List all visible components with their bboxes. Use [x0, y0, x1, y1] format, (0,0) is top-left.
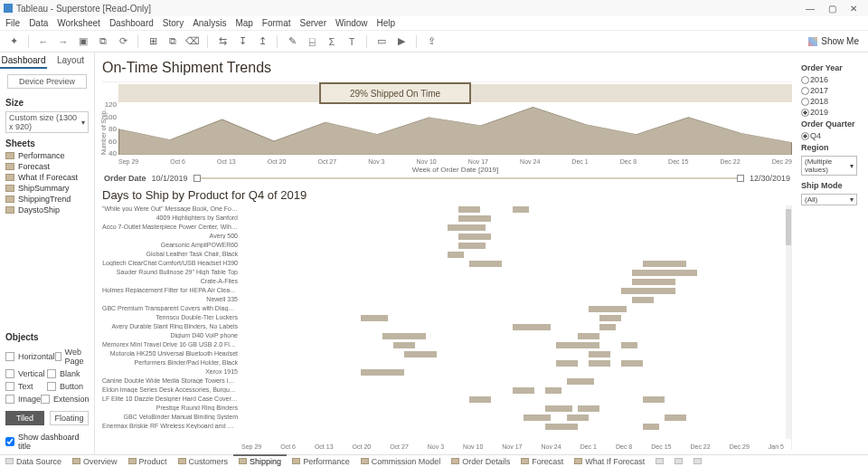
sheet-tab-product[interactable]: Product — [123, 455, 173, 467]
gantt-row[interactable]: Crate-A-Files — [102, 278, 784, 287]
sheet-item[interactable]: What If Forecast — [5, 172, 89, 183]
tab-dashboard[interactable]: Dashboard — [0, 52, 47, 69]
gantt-row[interactable]: Xerox 1915 — [102, 368, 784, 377]
show-title-check[interactable] — [5, 437, 14, 446]
year-option-2018[interactable]: 2018 — [801, 96, 857, 107]
maximize-button[interactable]: ▢ — [821, 4, 843, 14]
duplicate-button[interactable]: ⧉ — [165, 33, 181, 50]
refresh-button[interactable]: ⟳ — [115, 33, 131, 50]
gantt-row[interactable]: Sauder Round Bullnose 29" High Table Top — [102, 269, 784, 278]
gantt-chart[interactable]: "While you Were Out" Message Book, One F… — [102, 205, 792, 450]
tableau-logo-icon[interactable]: ✦ — [5, 33, 22, 50]
forward-button[interactable]: → — [55, 33, 71, 50]
sheet-tab-overview[interactable]: Overview — [67, 455, 123, 467]
slider-handle-right[interactable] — [737, 175, 744, 182]
new-worksheet-button[interactable]: ⊞ — [145, 33, 161, 50]
gantt-scrollbar[interactable] — [786, 205, 791, 439]
back-button[interactable]: ← — [35, 33, 52, 50]
gantt-row[interactable]: Digium D40 VoIP phone — [102, 332, 784, 341]
ship-mode-dropdown[interactable]: (All)▾ — [801, 194, 857, 205]
gantt-row[interactable]: GBC Premium Transparent Covers with Diag… — [102, 305, 784, 314]
gantt-row[interactable]: Memorex Mini Travel Drive 16 GB USB 2.0 … — [102, 341, 784, 350]
gantt-row[interactable]: Enermax Briskie RF Wireless Keyboard and… — [102, 423, 784, 432]
gantt-row[interactable]: Tennsco Double-Tier Lockers — [102, 314, 784, 323]
sheet-item[interactable]: Performance — [5, 150, 89, 161]
new-worksheet-tab[interactable] — [650, 455, 669, 467]
object-horizontal[interactable]: Horizontal — [5, 346, 55, 367]
gantt-row[interactable]: Holmes Replacement Filter for HEPA Air C… — [102, 287, 784, 296]
device-preview-button[interactable]: Device Preview — [7, 74, 87, 89]
date-slider-track[interactable] — [193, 175, 744, 182]
menu-format[interactable]: Format — [262, 18, 291, 28]
gantt-row[interactable]: Newell 335 — [102, 296, 784, 305]
menu-window[interactable]: Window — [335, 18, 368, 28]
sheet-tab-shipping[interactable]: Shipping — [233, 454, 287, 466]
menu-map[interactable]: Map — [235, 18, 252, 28]
clear-button[interactable]: ⌫ — [184, 33, 201, 50]
year-option-2017[interactable]: 2017 — [801, 85, 857, 96]
sheet-tab-forecast[interactable]: Forecast — [515, 455, 569, 467]
close-button[interactable]: ✕ — [843, 4, 864, 14]
menu-help[interactable]: Help — [377, 18, 396, 28]
object-blank[interactable]: Blank — [47, 367, 89, 380]
minimize-button[interactable]: — — [799, 4, 821, 14]
group-button[interactable]: ⌸ — [304, 33, 320, 50]
sort-asc-button[interactable]: ↧ — [234, 33, 250, 50]
gantt-row[interactable]: LF Elite 10 Dazzle Designer Hard Case Co… — [102, 396, 784, 405]
size-dropdown[interactable]: Custom size (1300 x 920)▾ — [5, 111, 89, 133]
swap-button[interactable]: ⇆ — [214, 33, 231, 50]
save-button[interactable]: ▣ — [75, 33, 91, 50]
quarter-option[interactable]: Q4 — [801, 130, 857, 141]
object-extension[interactable]: Extension — [41, 393, 90, 405]
gantt-row[interactable]: "While you Were Out" Message Book, One F… — [102, 205, 784, 214]
sheet-tab-order-details[interactable]: Order Details — [446, 455, 515, 467]
gantt-row[interactable]: Global Leather Task Chair, Black — [102, 251, 784, 260]
gantt-row[interactable]: GBC VeloBinder Manual Binding System — [102, 414, 784, 423]
tiled-button[interactable]: Tiled — [5, 411, 44, 425]
new-story-tab[interactable] — [688, 455, 707, 467]
menu-file[interactable]: File — [5, 18, 20, 28]
sort-desc-button[interactable]: ↥ — [254, 33, 270, 50]
gantt-row[interactable]: Logitech ClearChat Comfort/USB Headset H… — [102, 260, 784, 269]
gantt-row[interactable]: Acco 7-Outlet Masterpiece Power Center, … — [102, 224, 784, 233]
new-data-button[interactable]: ⧉ — [95, 33, 111, 50]
object-image[interactable]: Image — [5, 393, 41, 405]
sheet-item[interactable]: ShippingTrend — [5, 194, 89, 205]
new-dashboard-tab[interactable] — [669, 455, 688, 467]
gantt-row[interactable]: Gearsonic AmpliPOWER60 — [102, 242, 784, 251]
sheet-tab-commission-model[interactable]: Commission Model — [355, 455, 447, 467]
year-option-2019[interactable]: 2019 — [801, 107, 857, 118]
totals-button[interactable]: Σ — [324, 33, 340, 50]
sheet-tab-what-if-forecast[interactable]: What If Forecast — [569, 455, 650, 467]
presentation-button[interactable]: ▶ — [393, 33, 410, 50]
gantt-row[interactable]: Avery Durable Slant Ring Binders, No Lab… — [102, 323, 784, 332]
show-title-checkbox[interactable]: Show dashboard title — [0, 429, 94, 454]
gantt-row[interactable]: 4009 Highlighters by Sanford — [102, 214, 784, 224]
gantt-row[interactable]: Canine Double Wide Media Storage Towers … — [102, 377, 784, 386]
gantt-row[interactable]: Prestige Round Ring Binders — [102, 405, 784, 414]
top-chart[interactable]: 29% Shipped On Time Number of Ship.. 120… — [102, 81, 792, 168]
sheet-item[interactable]: ShipSummary — [5, 183, 89, 194]
menu-data[interactable]: Data — [29, 18, 48, 28]
object-web-page[interactable]: Web Page — [55, 346, 89, 367]
menu-worksheet[interactable]: Worksheet — [57, 18, 100, 28]
sheet-tab-customers[interactable]: Customers — [173, 455, 234, 467]
object-text[interactable]: Text — [5, 380, 47, 393]
menu-analysis[interactable]: Analysis — [193, 18, 226, 28]
gantt-scroll-thumb[interactable] — [786, 209, 791, 245]
gantt-row[interactable]: Avery 500 — [102, 233, 784, 242]
gantt-row[interactable]: Eldon Image Series Desk Accessories, Bur… — [102, 386, 784, 396]
data-source-tab[interactable]: Data Source — [0, 455, 67, 467]
object-vertical[interactable]: Vertical — [5, 367, 47, 380]
slider-handle-left[interactable] — [193, 175, 201, 182]
gantt-row[interactable]: Performers Binder/Pad Holder, Black — [102, 359, 784, 368]
gantt-row[interactable]: Motorola HK250 Universal Bluetooth Heads… — [102, 350, 784, 359]
sheet-item[interactable]: Forecast — [5, 161, 89, 172]
sheet-tab-performance[interactable]: Performance — [287, 455, 355, 467]
object-button[interactable]: Button — [47, 380, 89, 393]
menu-dashboard[interactable]: Dashboard — [109, 18, 154, 28]
show-me-button[interactable]: Show Me — [808, 36, 863, 46]
region-dropdown[interactable]: (Multiple values)▾ — [801, 156, 857, 176]
menu-story[interactable]: Story — [163, 18, 184, 28]
floating-button[interactable]: Floating — [50, 411, 89, 425]
